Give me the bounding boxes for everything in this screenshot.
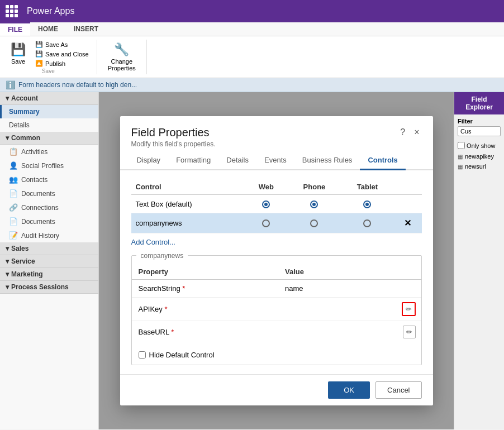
edit-apikey-button[interactable]: ✏ [402,302,416,316]
tab-events[interactable]: Events [256,151,294,170]
sidebar-section-service[interactable]: ▾ Service [0,255,98,268]
tab-formatting[interactable]: Formatting [168,151,218,170]
tab-display[interactable]: Display [129,151,169,170]
table-row: SearchString * name [132,279,421,297]
info-bar: ℹ️ Form headers now default to high den.… [0,78,504,92]
app-title: Power Apps [27,6,74,16]
textbox-phone-radio[interactable] [287,195,341,213]
dialog-subtitle: Modify this field's properties. [131,140,216,148]
property-table: Property Value SearchString * [132,264,421,343]
sidebar-item-connections[interactable]: 🔗 Connections [0,200,98,214]
col-phone: Phone [287,179,341,195]
only-show-row: Only show [454,140,504,151]
companynews-tablet-radio[interactable] [341,213,393,233]
section-title: companynews [136,252,188,260]
form-area: Field Properties Modify this field's pro… [99,92,454,429]
tab-details[interactable]: Details [218,151,256,170]
chevron-down-icon: ▾ [6,94,9,102]
top-bar: Power Apps [0,0,504,22]
sidebar-item-activities[interactable]: 📋 Activities [0,145,98,159]
field-label-newapikey: newapikey [465,153,494,160]
save-close-icon: 💾 [35,50,43,58]
dialog-footer: OK Cancel [120,374,433,405]
dialog-title: Field Properties [131,126,216,139]
hide-default-label: Hide Default Control [149,351,215,359]
sidebar-item-documents2[interactable]: 📄 Documents [0,214,98,228]
hide-default-checkbox[interactable] [139,351,146,359]
field-item-newsurl[interactable]: ▦ newsurl [454,161,504,171]
publish-button[interactable]: 🔼 Publish [33,59,91,68]
tab-file[interactable]: FILE [0,22,30,36]
prop-edit-apikey: ✏ [357,297,421,321]
dialog-close-button[interactable]: × [412,126,421,138]
filter-label: Filter [458,118,501,125]
prop-name-searchstring: SearchString * [132,279,278,297]
sidebar-section-common[interactable]: ▾ Common [0,132,98,145]
table-row: companynews ✕ [131,213,422,233]
companynews-web-radio[interactable] [245,213,287,233]
ok-button[interactable]: OK [328,381,370,399]
save-as-button[interactable]: 💾 Save As [33,40,91,49]
add-control-link[interactable]: Add Control... [131,238,176,246]
save-button[interactable]: 💾 Save [6,40,31,68]
prop-header-value: Value [278,264,357,280]
social-icon: 👤 [9,161,18,170]
properties-icon: 🔧 [114,42,129,57]
field-label-newsurl: newsurl [465,163,486,170]
sidebar-section-process-sessions[interactable]: ▾ Process Sessions [0,281,98,294]
chevron-right-icon: ▾ [6,245,9,252]
connections-icon: 🔗 [9,203,18,212]
sidebar-section-marketing[interactable]: ▾ Marketing [0,268,98,281]
sidebar-item-social-profiles[interactable]: 👤 Social Profiles [0,159,98,173]
field-item-newapikey[interactable]: ▦ newapikey [454,151,504,161]
chevron-right-icon-marketing: ▾ [6,270,9,278]
textbox-tablet-radio[interactable] [341,195,393,213]
sidebar-section-account[interactable]: ▾ Account [0,92,98,105]
contacts-icon: 👥 [9,175,18,184]
sidebar: ▾ Account Summary Details ▾ Common 📋 Act… [0,92,99,429]
dialog-help-button[interactable]: ? [398,126,407,138]
save-icon: 💾 [11,42,26,57]
documents-icon: 📄 [9,189,18,198]
tab-business-rules[interactable]: Business Rules [294,151,360,170]
activities-icon: 📋 [9,147,18,156]
prop-value-apikey [278,297,357,321]
change-properties-button[interactable]: 🔧 Change Properties [103,40,141,74]
chevron-down-icon: ▾ [6,134,9,142]
main-layout: ▾ Account Summary Details ▾ Common 📋 Act… [0,92,504,429]
col-tablet: Tablet [341,179,393,195]
prop-header-property: Property [132,264,278,280]
dialog-body: Control Web Phone Tablet Text Box (defau… [120,170,433,374]
col-delete [393,179,422,195]
edit-baseurl-button[interactable]: ✏ [403,326,416,338]
ribbon-group-save: 💾 Save 💾 Save As 💾 Save and Close 🔼 Publ… [6,40,97,74]
tab-controls[interactable]: Controls [360,151,405,170]
only-show-label: Only show [467,142,495,149]
companynews-section: companynews Property Value [131,255,422,365]
companynews-delete[interactable]: ✕ [393,213,422,233]
cancel-button[interactable]: Cancel [375,381,421,399]
info-icon: ℹ️ [6,80,15,89]
sidebar-item-documents[interactable]: 📄 Documents [0,187,98,200]
field-properties-dialog: Field Properties Modify this field's pro… [120,116,433,405]
only-show-checkbox[interactable] [458,142,465,149]
save-and-close-button[interactable]: 💾 Save and Close [33,49,91,59]
sidebar-item-contacts[interactable]: 👥 Contacts [0,173,98,187]
filter-area: Filter [454,114,504,140]
tab-insert[interactable]: INSERT [66,22,106,36]
field-explorer-panel: Field Explorer Filter Only show ▦ newapi… [454,92,504,429]
textbox-web-radio[interactable] [245,195,287,213]
sidebar-item-details[interactable]: Details [0,118,98,132]
prop-value-searchstring: name [278,279,357,297]
filter-input[interactable] [458,126,501,136]
sidebar-section-sales[interactable]: ▾ Sales [0,242,98,255]
apps-icon[interactable] [6,5,18,17]
col-web: Web [245,179,287,195]
companynews-phone-radio[interactable] [287,213,341,233]
table-row: BaseURL * ✏ [132,321,421,343]
tab-home[interactable]: HOME [30,22,66,36]
publish-icon: 🔼 [35,60,43,67]
sidebar-item-audit-history[interactable]: 📝 Audit History [0,228,98,242]
audit-icon: 📝 [9,231,18,240]
sidebar-item-summary[interactable]: Summary [0,105,98,118]
